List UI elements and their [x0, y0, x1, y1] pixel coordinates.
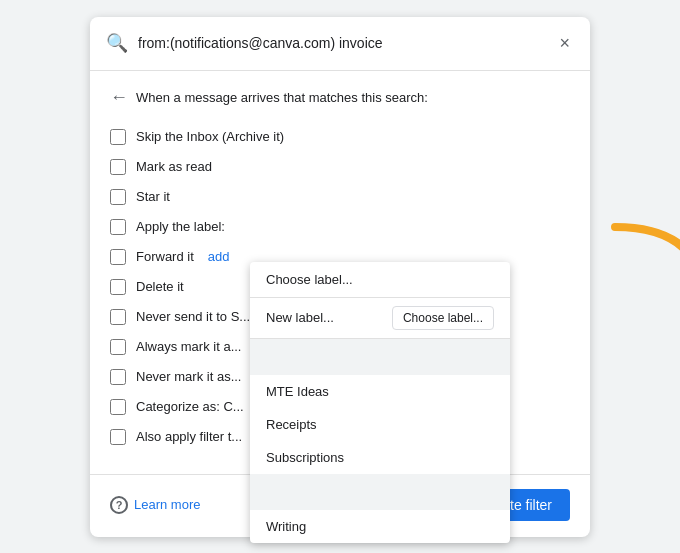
- dropdown-choose-label-btn[interactable]: Choose label...: [392, 306, 494, 330]
- label-mark-read: Mark as read: [136, 159, 212, 174]
- checkbox-never-spam[interactable]: [110, 309, 126, 325]
- close-button[interactable]: ×: [555, 29, 574, 58]
- help-icon: ?: [110, 496, 128, 514]
- search-bar: 🔍 from:(notifications@canva.com) invoice…: [90, 17, 590, 71]
- options-list: Skip the Inbox (Archive it) Mark as read…: [110, 122, 570, 452]
- dropdown-label-mte[interactable]: MTE Ideas: [250, 375, 510, 408]
- checkbox-always-mark[interactable]: [110, 339, 126, 355]
- label-delete: Delete it: [136, 279, 184, 294]
- label-skip-inbox: Skip the Inbox (Archive it): [136, 129, 284, 144]
- filter-dialog: 🔍 from:(notifications@canva.com) invoice…: [90, 17, 590, 537]
- label-also-apply: Also apply filter t...: [136, 429, 242, 444]
- checkbox-skip-inbox[interactable]: [110, 129, 126, 145]
- option-skip-inbox: Skip the Inbox (Archive it): [110, 122, 570, 152]
- label-apply-label: Apply the label:: [136, 219, 225, 234]
- checkbox-apply-label[interactable]: [110, 219, 126, 235]
- learn-more-row: ? Learn more: [110, 496, 200, 514]
- dropdown-gray-section-bottom: [250, 474, 510, 510]
- forward-add-link[interactable]: add: [208, 249, 230, 264]
- checkbox-also-apply[interactable]: [110, 429, 126, 445]
- checkbox-star[interactable]: [110, 189, 126, 205]
- dropdown-new-label-row: New label... Choose label...: [250, 297, 510, 339]
- label-never-spam: Never send it to S...: [136, 309, 250, 324]
- checkbox-never-mark[interactable]: [110, 369, 126, 385]
- checkbox-mark-read[interactable]: [110, 159, 126, 175]
- label-forward: Forward it: [136, 249, 194, 264]
- search-query: from:(notifications@canva.com) invoice: [138, 35, 545, 51]
- dropdown-label-writing[interactable]: Writing: [250, 510, 510, 543]
- checkbox-forward[interactable]: [110, 249, 126, 265]
- option-mark-read: Mark as read: [110, 152, 570, 182]
- label-dropdown: Choose label... New label... Choose labe…: [250, 262, 510, 543]
- dialog-body: ← When a message arrives that matches th…: [90, 71, 590, 468]
- label-always-mark: Always mark it a...: [136, 339, 241, 354]
- back-arrow-icon[interactable]: ←: [110, 87, 128, 108]
- arrow-annotation: [595, 217, 680, 357]
- dropdown-choose-label[interactable]: Choose label...: [250, 262, 510, 297]
- dropdown-gray-section-top: [250, 339, 510, 375]
- checkbox-delete[interactable]: [110, 279, 126, 295]
- option-apply-label: Apply the label: Choose label... New lab…: [110, 212, 570, 242]
- dropdown-new-label-text: New label...: [266, 310, 382, 325]
- label-categorize: Categorize as: C...: [136, 399, 244, 414]
- checkbox-categorize[interactable]: [110, 399, 126, 415]
- dialog-subtitle: When a message arrives that matches this…: [136, 90, 428, 105]
- search-icon: 🔍: [106, 32, 128, 54]
- option-star: Star it: [110, 182, 570, 212]
- learn-more-link[interactable]: Learn more: [134, 497, 200, 512]
- label-never-mark: Never mark it as...: [136, 369, 241, 384]
- dropdown-label-receipts[interactable]: Receipts: [250, 408, 510, 441]
- back-row: ← When a message arrives that matches th…: [110, 87, 570, 108]
- dropdown-label-subscriptions[interactable]: Subscriptions: [250, 441, 510, 474]
- label-star: Star it: [136, 189, 170, 204]
